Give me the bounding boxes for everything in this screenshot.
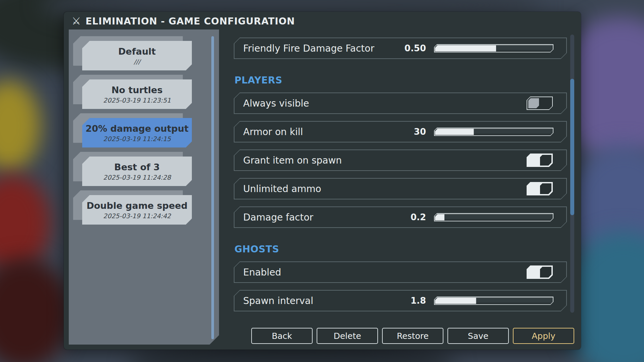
toggle-knob bbox=[528, 98, 539, 108]
preset-timestamp: /// bbox=[134, 58, 140, 65]
settings-list: Friendly Fire Damage Factor0.50PLAYERSAl… bbox=[234, 38, 567, 318]
setting-row-content: Armor on kill30 bbox=[234, 122, 566, 142]
titlebar: ⚔ ELIMINATION - GAME CONFIGURATION bbox=[64, 12, 295, 31]
preset-sidebar: Default///No turtles2025-03-19 11:23:512… bbox=[69, 29, 219, 345]
bg-blob bbox=[0, 174, 50, 272]
slider-control[interactable] bbox=[434, 297, 553, 305]
preset-name: No turtles bbox=[111, 85, 163, 95]
window-title: ELIMINATION - GAME CONFIGURATION bbox=[86, 16, 295, 27]
settings-scrollbar-thumb[interactable] bbox=[570, 79, 574, 215]
setting-value: 1.8 bbox=[396, 296, 426, 306]
preset-name: Default bbox=[118, 46, 156, 57]
preset-name: 20% damage output bbox=[86, 123, 189, 134]
toggle-knob bbox=[540, 183, 551, 194]
preset-item[interactable]: Double game speed2025-03-19 11:24:42 bbox=[82, 195, 192, 225]
preset-timestamp: 2025-03-19 11:23:51 bbox=[103, 97, 171, 104]
setting-label: Unlimited ammo bbox=[243, 183, 527, 194]
setting-label: Always visible bbox=[243, 98, 527, 109]
preset-item[interactable]: Default/// bbox=[82, 41, 192, 70]
setting-value: 0.2 bbox=[396, 212, 426, 222]
apply-button[interactable]: Apply bbox=[513, 328, 574, 344]
preset-timestamp: 2025-03-19 11:24:28 bbox=[103, 174, 171, 181]
settings-scrollbar-track[interactable] bbox=[570, 35, 574, 313]
setting-row: Friendly Fire Damage Factor0.50 bbox=[234, 38, 567, 59]
preset-item-face: Default/// bbox=[82, 41, 192, 70]
footer-button-bar: BackDeleteRestoreSaveApply bbox=[251, 328, 574, 344]
setting-row: Always visible bbox=[234, 93, 567, 114]
slider-fill bbox=[435, 214, 444, 221]
setting-row-content: Spawn interval1.8 bbox=[234, 291, 566, 311]
setting-row-content: Friendly Fire Damage Factor0.50 bbox=[234, 38, 566, 58]
toggle-switch[interactable] bbox=[527, 265, 553, 279]
preset-item[interactable]: Best of 32025-03-19 11:24:28 bbox=[82, 157, 192, 186]
setting-row: Damage factor0.2 bbox=[234, 206, 567, 228]
preset-item[interactable]: No turtles2025-03-19 11:23:51 bbox=[82, 79, 192, 109]
setting-label: Armor on kill bbox=[243, 126, 396, 137]
preset-timestamp: 2025-03-19 11:24:15 bbox=[103, 135, 171, 142]
setting-row-content: Unlimited ammo bbox=[234, 179, 566, 199]
setting-value: 30 bbox=[396, 127, 426, 137]
setting-label: Spawn interval bbox=[243, 295, 396, 306]
preset-item-face: Best of 32025-03-19 11:24:28 bbox=[82, 157, 192, 186]
toggle-knob bbox=[540, 155, 551, 166]
slider-fill bbox=[435, 45, 496, 52]
setting-label: Damage factor bbox=[243, 212, 396, 223]
setting-row-content: Grant item on spawn bbox=[234, 150, 566, 170]
setting-row: Spawn interval1.8 bbox=[234, 290, 567, 311]
section-header: GHOSTS bbox=[234, 244, 567, 255]
toggle-switch[interactable] bbox=[527, 97, 553, 110]
slider-control[interactable] bbox=[434, 128, 553, 136]
setting-row-content: Enabled bbox=[234, 262, 566, 282]
slider-control[interactable] bbox=[434, 213, 553, 222]
toggle-switch[interactable] bbox=[527, 182, 553, 195]
setting-label: Grant item on spawn bbox=[243, 155, 527, 166]
bg-blob bbox=[0, 258, 70, 362]
slider-control[interactable] bbox=[434, 44, 553, 53]
preset-item-face: 20% damage output2025-03-19 11:24:15 bbox=[82, 118, 192, 147]
preset-list: Default///No turtles2025-03-19 11:23:512… bbox=[69, 41, 219, 225]
config-window: ⚔ ELIMINATION - GAME CONFIGURATION Defau… bbox=[64, 12, 581, 350]
preset-name: Best of 3 bbox=[114, 162, 160, 172]
save-button[interactable]: Save bbox=[447, 328, 509, 344]
setting-row: Enabled bbox=[234, 261, 567, 283]
toggle-knob bbox=[540, 267, 551, 278]
back-button[interactable]: Back bbox=[251, 328, 313, 344]
preset-name: Double game speed bbox=[87, 200, 187, 211]
section-header: PLAYERS bbox=[234, 75, 567, 86]
slider-fill bbox=[435, 298, 476, 304]
preset-item-face: Double game speed2025-03-19 11:24:42 bbox=[82, 195, 192, 225]
delete-button[interactable]: Delete bbox=[317, 328, 378, 344]
preset-item-selected[interactable]: 20% damage output2025-03-19 11:24:15 bbox=[82, 118, 192, 147]
toggle-switch[interactable] bbox=[527, 154, 553, 167]
preset-timestamp: 2025-03-19 11:24:42 bbox=[103, 212, 171, 220]
setting-row: Armor on kill30 bbox=[234, 121, 567, 142]
setting-row-content: Damage factor0.2 bbox=[234, 207, 566, 227]
restore-button[interactable]: Restore bbox=[382, 328, 443, 344]
sidebar-scrollbar[interactable] bbox=[211, 36, 214, 339]
setting-label: Friendly Fire Damage Factor bbox=[243, 43, 396, 54]
setting-row: Unlimited ammo bbox=[234, 178, 567, 199]
crossed-swords-icon: ⚔ bbox=[72, 16, 81, 26]
setting-label: Enabled bbox=[243, 267, 527, 278]
setting-value: 0.50 bbox=[396, 43, 426, 53]
bg-blob bbox=[0, 80, 40, 171]
slider-fill bbox=[435, 129, 474, 135]
setting-row-content: Always visible bbox=[234, 93, 566, 113]
preset-item-face: No turtles2025-03-19 11:23:51 bbox=[82, 79, 192, 109]
setting-row: Grant item on spawn bbox=[234, 149, 567, 171]
